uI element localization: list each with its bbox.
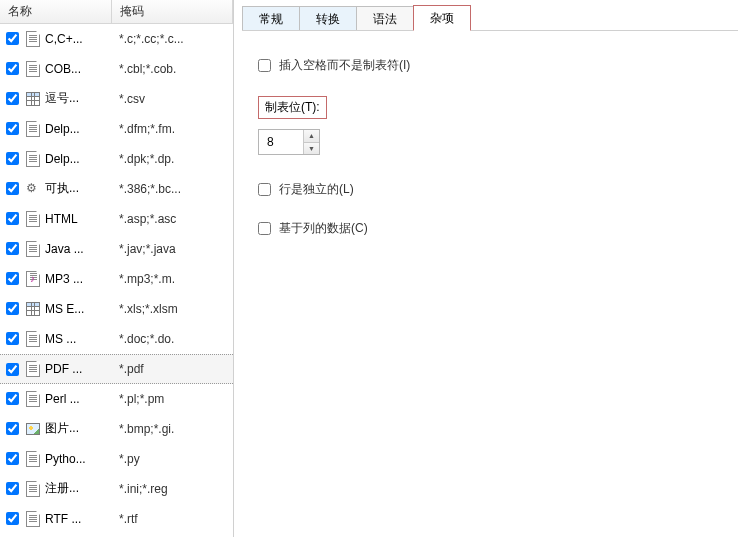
- row-checkbox[interactable]: [6, 182, 19, 195]
- row-checkbox[interactable]: [6, 92, 19, 105]
- insert-spaces-label: 插入空格而不是制表符(I): [279, 57, 410, 74]
- table-row[interactable]: 注册...*.ini;*.reg: [0, 474, 233, 504]
- row-checkbox[interactable]: [6, 272, 19, 285]
- row-mask: *.pdf: [119, 362, 227, 376]
- row-checkbox[interactable]: [6, 363, 19, 376]
- tab-bar: 常规转换语法杂项: [242, 3, 738, 31]
- doc-icon: [25, 331, 41, 347]
- row-mask: *.386;*.bc...: [119, 182, 227, 196]
- table-row[interactable]: MP3 ...*.mp3;*.m.: [0, 264, 233, 294]
- row-mask: *.xls;*.xlsm: [119, 302, 227, 316]
- column-based-label: 基于列的数据(C): [279, 220, 368, 237]
- tab-0[interactable]: 常规: [242, 6, 300, 30]
- doc-icon: [25, 451, 41, 467]
- table-row[interactable]: COB...*.cbl;*.cob.: [0, 54, 233, 84]
- row-checkbox[interactable]: [6, 422, 19, 435]
- lines-independent-row: 行是独立的(L): [258, 181, 714, 198]
- table-row[interactable]: PDF ...*.pdf: [0, 354, 233, 384]
- table-row[interactable]: MS ...*.doc;*.do.: [0, 324, 233, 354]
- file-type-list[interactable]: C,C+...*.c;*.cc;*.c...COB...*.cbl;*.cob.…: [0, 24, 233, 537]
- table-row[interactable]: 逗号...*.csv: [0, 84, 233, 114]
- table-row[interactable]: Delp...*.dfm;*.fm.: [0, 114, 233, 144]
- spinner-buttons: ▲ ▼: [303, 130, 319, 154]
- table-row[interactable]: RTF ...*.rtf: [0, 504, 233, 534]
- row-mask: *.asp;*.asc: [119, 212, 227, 226]
- row-checkbox[interactable]: [6, 32, 19, 45]
- row-name: HTML: [45, 212, 113, 226]
- table-row[interactable]: 图片...*.bmp;*.gi.: [0, 414, 233, 444]
- table-row[interactable]: Java ...*.jav;*.java: [0, 234, 233, 264]
- table-row[interactable]: MS E...*.xls;*.xlsm: [0, 294, 233, 324]
- table-row[interactable]: Perl ...*.pl;*.pm: [0, 384, 233, 414]
- row-name: MP3 ...: [45, 272, 113, 286]
- row-name: MS ...: [45, 332, 113, 346]
- row-mask: *.csv: [119, 92, 227, 106]
- misc-tab-content: 插入空格而不是制表符(I) 制表位(T): 8 ▲ ▼ 行是独立的(L) 基于列…: [234, 31, 738, 285]
- tab-2[interactable]: 语法: [356, 6, 414, 30]
- row-mask: *.bmp;*.gi.: [119, 422, 227, 436]
- img-icon: [25, 421, 41, 437]
- lines-independent-label: 行是独立的(L): [279, 181, 354, 198]
- row-checkbox[interactable]: [6, 302, 19, 315]
- row-name: Delp...: [45, 152, 113, 166]
- row-checkbox[interactable]: [6, 332, 19, 345]
- row-name: Pytho...: [45, 452, 113, 466]
- row-mask: *.ini;*.reg: [119, 482, 227, 496]
- row-name: Delp...: [45, 122, 113, 136]
- row-name: COB...: [45, 62, 113, 76]
- row-checkbox[interactable]: [6, 62, 19, 75]
- doc-icon: [25, 241, 41, 257]
- tabstop-value[interactable]: 8: [259, 130, 303, 154]
- tab-1[interactable]: 转换: [299, 6, 357, 30]
- spinner-down-icon[interactable]: ▼: [304, 143, 319, 155]
- row-mask: *.rtf: [119, 512, 227, 526]
- row-checkbox[interactable]: [6, 122, 19, 135]
- doc-icon: [25, 481, 41, 497]
- doc-icon: [25, 31, 41, 47]
- row-name: 图片...: [45, 420, 113, 437]
- row-name: 注册...: [45, 480, 113, 497]
- table-row[interactable]: HTML*.asp;*.asc: [0, 204, 233, 234]
- column-header-name[interactable]: 名称: [0, 0, 112, 23]
- table-row[interactable]: Pytho...*.py: [0, 444, 233, 474]
- row-checkbox[interactable]: [6, 482, 19, 495]
- tabstop-spinner[interactable]: 8 ▲ ▼: [258, 129, 320, 155]
- column-based-checkbox[interactable]: [258, 222, 271, 235]
- column-based-row: 基于列的数据(C): [258, 220, 714, 237]
- row-name: RTF ...: [45, 512, 113, 526]
- row-checkbox[interactable]: [6, 212, 19, 225]
- doc-icon: [25, 361, 41, 377]
- music-icon: [25, 271, 41, 287]
- row-mask: *.jav;*.java: [119, 242, 227, 256]
- table-row[interactable]: C,C+...*.c;*.cc;*.c...: [0, 24, 233, 54]
- table-row[interactable]: Delp...*.dpk;*.dp.: [0, 144, 233, 174]
- row-checkbox[interactable]: [6, 512, 19, 525]
- spinner-up-icon[interactable]: ▲: [304, 130, 319, 143]
- tabstop-label: 制表位(T):: [258, 96, 327, 119]
- doc-icon: [25, 211, 41, 227]
- row-name: Perl ...: [45, 392, 113, 406]
- row-name: MS E...: [45, 302, 113, 316]
- gear-icon: [25, 181, 41, 197]
- row-name: PDF ...: [45, 362, 113, 376]
- lines-independent-checkbox[interactable]: [258, 183, 271, 196]
- doc-icon: [25, 61, 41, 77]
- tab-3[interactable]: 杂项: [413, 5, 471, 31]
- row-mask: *.doc;*.do.: [119, 332, 227, 346]
- column-header-mask[interactable]: 掩码: [112, 0, 233, 23]
- row-mask: *.pl;*.pm: [119, 392, 227, 406]
- settings-panel: 常规转换语法杂项 插入空格而不是制表符(I) 制表位(T): 8 ▲ ▼ 行是独…: [234, 0, 738, 537]
- row-checkbox[interactable]: [6, 392, 19, 405]
- row-mask: *.py: [119, 452, 227, 466]
- row-mask: *.mp3;*.m.: [119, 272, 227, 286]
- row-checkbox[interactable]: [6, 152, 19, 165]
- doc-icon: [25, 151, 41, 167]
- row-name: Java ...: [45, 242, 113, 256]
- table-row[interactable]: 可执...*.386;*.bc...: [0, 174, 233, 204]
- doc-icon: [25, 391, 41, 407]
- row-checkbox[interactable]: [6, 242, 19, 255]
- row-name: 可执...: [45, 180, 113, 197]
- row-mask: *.c;*.cc;*.c...: [119, 32, 227, 46]
- insert-spaces-checkbox[interactable]: [258, 59, 271, 72]
- row-checkbox[interactable]: [6, 452, 19, 465]
